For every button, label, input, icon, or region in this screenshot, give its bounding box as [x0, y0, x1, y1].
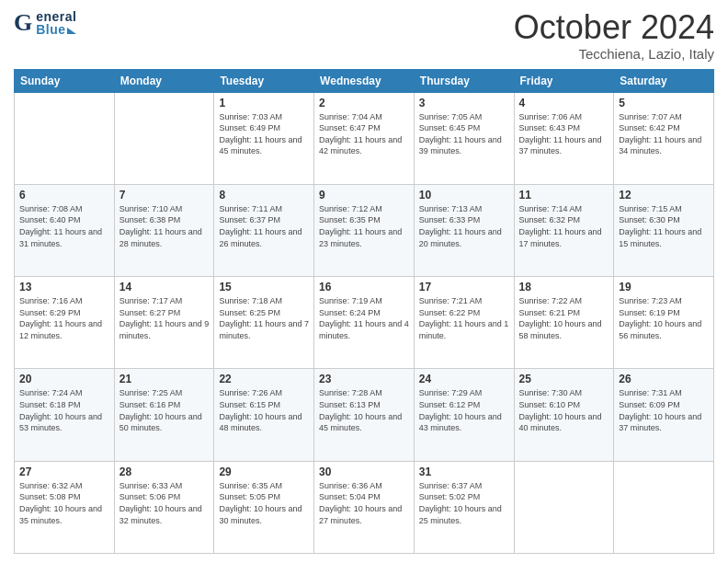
- day-info: Sunrise: 7:31 AMSunset: 6:09 PMDaylight:…: [619, 387, 709, 433]
- day-number: 11: [519, 189, 609, 201]
- day-info: Sunrise: 6:33 AMSunset: 5:06 PMDaylight:…: [119, 480, 210, 526]
- calendar-cell: 31Sunrise: 6:37 AMSunset: 5:02 PMDayligh…: [414, 461, 514, 553]
- day-header-thursday: Thursday: [414, 69, 514, 92]
- day-number: 1: [219, 97, 309, 109]
- calendar-cell: 8Sunrise: 7:11 AMSunset: 6:37 PMDaylight…: [214, 184, 314, 276]
- calendar-cell: 30Sunrise: 6:36 AMSunset: 5:04 PMDayligh…: [314, 461, 415, 553]
- day-info: Sunrise: 7:13 AMSunset: 6:33 PMDaylight:…: [419, 203, 509, 249]
- day-number: 8: [219, 189, 309, 201]
- calendar-cell: 1Sunrise: 7:03 AMSunset: 6:49 PMDaylight…: [214, 92, 314, 184]
- calendar-cell: 24Sunrise: 7:29 AMSunset: 6:12 PMDayligh…: [414, 369, 514, 461]
- calendar-cell: 20Sunrise: 7:24 AMSunset: 6:18 PMDayligh…: [15, 369, 115, 461]
- day-number: 5: [619, 97, 709, 109]
- day-number: 7: [119, 189, 210, 201]
- calendar-cell: 16Sunrise: 7:19 AMSunset: 6:24 PMDayligh…: [314, 277, 415, 369]
- calendar-cell: 22Sunrise: 7:26 AMSunset: 6:15 PMDayligh…: [214, 369, 314, 461]
- day-info: Sunrise: 7:14 AMSunset: 6:32 PMDaylight:…: [519, 203, 609, 249]
- calendar-cell: 17Sunrise: 7:21 AMSunset: 6:22 PMDayligh…: [414, 277, 514, 369]
- day-info: Sunrise: 7:16 AMSunset: 6:29 PMDaylight:…: [19, 295, 109, 341]
- calendar-cell: [15, 92, 115, 184]
- day-number: 19: [619, 281, 709, 293]
- calendar-cell: 3Sunrise: 7:05 AMSunset: 6:45 PMDaylight…: [414, 92, 514, 184]
- day-header-sunday: Sunday: [15, 69, 115, 92]
- calendar-week-row: 13Sunrise: 7:16 AMSunset: 6:29 PMDayligh…: [15, 277, 714, 369]
- calendar-cell: 23Sunrise: 7:28 AMSunset: 6:13 PMDayligh…: [314, 369, 415, 461]
- day-info: Sunrise: 6:36 AMSunset: 5:04 PMDaylight:…: [319, 480, 409, 526]
- day-info: Sunrise: 7:25 AMSunset: 6:16 PMDaylight:…: [119, 387, 210, 433]
- day-number: 3: [419, 97, 509, 109]
- calendar-cell: 7Sunrise: 7:10 AMSunset: 6:38 PMDaylight…: [114, 184, 214, 276]
- day-info: Sunrise: 7:26 AMSunset: 6:15 PMDaylight:…: [219, 387, 309, 433]
- day-header-wednesday: Wednesday: [314, 69, 415, 92]
- day-number: 18: [519, 281, 609, 293]
- logo: G eneral Blue: [14, 9, 76, 37]
- day-header-friday: Friday: [514, 69, 614, 92]
- logo-right: eneral Blue: [36, 10, 76, 36]
- calendar-cell: 11Sunrise: 7:14 AMSunset: 6:32 PMDayligh…: [514, 184, 614, 276]
- day-number: 23: [319, 373, 409, 385]
- day-number: 6: [19, 189, 109, 201]
- day-number: 20: [19, 373, 109, 385]
- calendar-week-row: 20Sunrise: 7:24 AMSunset: 6:18 PMDayligh…: [15, 369, 714, 461]
- day-number: 21: [119, 373, 210, 385]
- logo-blue-text: Blue: [36, 23, 65, 36]
- day-header-saturday: Saturday: [614, 69, 714, 92]
- day-info: Sunrise: 7:15 AMSunset: 6:30 PMDaylight:…: [619, 203, 709, 249]
- calendar-cell: 21Sunrise: 7:25 AMSunset: 6:16 PMDayligh…: [114, 369, 214, 461]
- title-block: October 2024 Tecchiena, Lazio, Italy: [514, 9, 714, 62]
- calendar-week-row: 1Sunrise: 7:03 AMSunset: 6:49 PMDaylight…: [15, 92, 714, 184]
- calendar-week-row: 27Sunrise: 6:32 AMSunset: 5:08 PMDayligh…: [15, 461, 714, 553]
- calendar-cell: 25Sunrise: 7:30 AMSunset: 6:10 PMDayligh…: [514, 369, 614, 461]
- day-number: 9: [319, 189, 409, 201]
- day-info: Sunrise: 7:19 AMSunset: 6:24 PMDaylight:…: [319, 295, 409, 341]
- day-number: 24: [419, 373, 509, 385]
- day-info: Sunrise: 7:23 AMSunset: 6:19 PMDaylight:…: [619, 295, 709, 341]
- calendar-cell: [514, 461, 614, 553]
- calendar-cell: 13Sunrise: 7:16 AMSunset: 6:29 PMDayligh…: [15, 277, 115, 369]
- day-number: 26: [619, 373, 709, 385]
- month-title: October 2024: [514, 9, 714, 46]
- day-number: 2: [319, 97, 409, 109]
- day-number: 12: [619, 189, 709, 201]
- calendar-cell: 27Sunrise: 6:32 AMSunset: 5:08 PMDayligh…: [15, 461, 115, 553]
- calendar-cell: 2Sunrise: 7:04 AMSunset: 6:47 PMDaylight…: [314, 92, 415, 184]
- calendar-table: SundayMondayTuesdayWednesdayThursdayFrid…: [14, 69, 714, 554]
- calendar-header-row: SundayMondayTuesdayWednesdayThursdayFrid…: [15, 69, 714, 92]
- calendar-cell: 29Sunrise: 6:35 AMSunset: 5:05 PMDayligh…: [214, 461, 314, 553]
- calendar-cell: 18Sunrise: 7:22 AMSunset: 6:21 PMDayligh…: [514, 277, 614, 369]
- day-info: Sunrise: 7:07 AMSunset: 6:42 PMDaylight:…: [619, 111, 709, 157]
- day-header-monday: Monday: [114, 69, 214, 92]
- logo-g-letter: G: [14, 9, 32, 37]
- day-number: 28: [119, 465, 210, 478]
- calendar-cell: [614, 461, 714, 553]
- day-number: 13: [19, 281, 109, 293]
- day-info: Sunrise: 7:12 AMSunset: 6:35 PMDaylight:…: [319, 203, 409, 249]
- calendar-cell: 5Sunrise: 7:07 AMSunset: 6:42 PMDaylight…: [614, 92, 714, 184]
- logo-blue-row: Blue: [36, 23, 76, 36]
- calendar-cell: 12Sunrise: 7:15 AMSunset: 6:30 PMDayligh…: [614, 184, 714, 276]
- day-info: Sunrise: 7:08 AMSunset: 6:40 PMDaylight:…: [19, 203, 109, 249]
- day-info: Sunrise: 6:37 AMSunset: 5:02 PMDaylight:…: [419, 480, 509, 526]
- day-info: Sunrise: 7:18 AMSunset: 6:25 PMDaylight:…: [219, 295, 309, 341]
- calendar-cell: 9Sunrise: 7:12 AMSunset: 6:35 PMDaylight…: [314, 184, 415, 276]
- page: G eneral Blue October 2024 Tecchiena, La…: [0, 0, 728, 563]
- calendar-cell: 4Sunrise: 7:06 AMSunset: 6:43 PMDaylight…: [514, 92, 614, 184]
- day-info: Sunrise: 7:03 AMSunset: 6:49 PMDaylight:…: [219, 111, 309, 157]
- day-info: Sunrise: 7:22 AMSunset: 6:21 PMDaylight:…: [519, 295, 609, 341]
- logo-eneral-text: eneral: [36, 10, 76, 23]
- day-info: Sunrise: 7:04 AMSunset: 6:47 PMDaylight:…: [319, 111, 409, 157]
- calendar-cell: 26Sunrise: 7:31 AMSunset: 6:09 PMDayligh…: [614, 369, 714, 461]
- day-number: 27: [19, 465, 109, 478]
- day-info: Sunrise: 7:10 AMSunset: 6:38 PMDaylight:…: [119, 203, 210, 249]
- location: Tecchiena, Lazio, Italy: [514, 46, 714, 62]
- logo-arrow-icon: [67, 28, 76, 34]
- calendar-week-row: 6Sunrise: 7:08 AMSunset: 6:40 PMDaylight…: [15, 184, 714, 276]
- day-info: Sunrise: 7:24 AMSunset: 6:18 PMDaylight:…: [19, 387, 109, 433]
- day-number: 16: [319, 281, 409, 293]
- day-number: 30: [319, 465, 409, 478]
- day-number: 15: [219, 281, 309, 293]
- calendar-cell: 28Sunrise: 6:33 AMSunset: 5:06 PMDayligh…: [114, 461, 214, 553]
- day-number: 29: [219, 465, 309, 478]
- calendar-cell: [114, 92, 214, 184]
- day-info: Sunrise: 6:35 AMSunset: 5:05 PMDaylight:…: [219, 480, 309, 526]
